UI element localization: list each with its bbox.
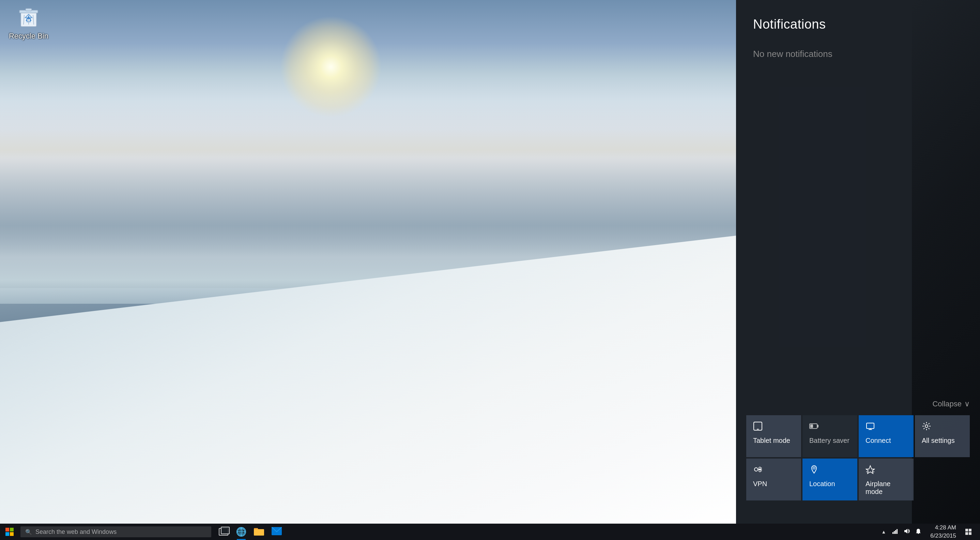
recycle-bin-image <box>17 5 41 29</box>
svg-rect-7 <box>757 429 759 430</box>
clock-time: 4:28 AM <box>935 524 956 532</box>
clock-date: 6/23/2015 <box>930 532 956 540</box>
airplane-mode-icon <box>865 465 875 476</box>
notifications-tray-icon[interactable] <box>915 528 921 536</box>
collapse-button[interactable]: Collapse ∨ <box>746 400 970 408</box>
quick-action-location[interactable]: Location <box>802 459 858 500</box>
svg-rect-9 <box>817 425 818 427</box>
tray-icons <box>887 528 926 536</box>
search-bar[interactable]: 🔍 Search the web and Windows <box>21 526 211 537</box>
tray-overflow-button[interactable]: ▲ <box>881 529 886 535</box>
all-settings-icon <box>922 421 931 433</box>
battery-saver-icon <box>809 421 819 433</box>
svg-rect-28 <box>892 532 893 534</box>
svg-rect-11 <box>867 423 874 428</box>
svg-rect-35 <box>969 532 972 535</box>
svg-rect-34 <box>965 532 968 535</box>
search-icon: 🔍 <box>25 529 32 535</box>
vpn-icon <box>753 465 763 476</box>
taskbar-app-edge[interactable] <box>232 524 250 540</box>
start-icon <box>5 528 14 536</box>
taskbar-app-mail[interactable] <box>268 524 286 540</box>
airplane-mode-label: Airplane mode <box>865 480 907 496</box>
svg-rect-2 <box>25 8 32 11</box>
connect-label: Connect <box>865 437 891 444</box>
svg-point-17 <box>759 467 761 469</box>
battery-saver-label: Battery saver <box>809 437 850 444</box>
notification-panel: Notifications No new notifications Colla… <box>736 0 980 524</box>
vpn-label: VPN <box>753 480 767 488</box>
taskbar-app-file-explorer[interactable] <box>250 524 268 540</box>
file-explorer-icon <box>254 527 264 537</box>
svg-rect-31 <box>897 529 897 534</box>
svg-point-23 <box>240 529 243 535</box>
tablet-mode-label: Tablet mode <box>753 437 790 444</box>
clock[interactable]: 4:28 AM 6/23/2015 <box>928 524 959 540</box>
task-view-icon <box>219 528 228 535</box>
quick-action-connect[interactable]: Connect <box>859 415 913 457</box>
quick-actions-grid: Tablet mode Battery saver <box>746 415 970 500</box>
recycle-bin-icon[interactable]: Recycle Bin <box>5 5 52 41</box>
start-button[interactable] <box>0 524 19 540</box>
action-center-button[interactable] <box>960 524 977 540</box>
svg-point-21 <box>813 467 815 469</box>
network-icon[interactable] <box>892 528 898 536</box>
mail-icon <box>272 527 282 537</box>
taskbar: 🔍 Search the web and Windows <box>0 524 980 540</box>
quick-action-battery-saver[interactable]: Battery saver <box>802 415 858 457</box>
quick-action-airplane-mode[interactable]: Airplane mode <box>859 459 913 500</box>
all-settings-label: All settings <box>922 437 955 444</box>
quick-actions-area: Collapse ∨ Tablet mode <box>736 393 980 507</box>
svg-point-14 <box>925 425 928 427</box>
sound-icon[interactable] <box>904 528 910 536</box>
collapse-chevron-icon: ∨ <box>964 400 970 408</box>
collapse-label: Collapse <box>932 400 962 408</box>
quick-action-tablet-mode[interactable]: Tablet mode <box>746 415 801 457</box>
svg-rect-33 <box>969 529 972 532</box>
edge-icon <box>237 527 246 537</box>
svg-rect-10 <box>810 424 813 428</box>
svg-point-18 <box>759 470 761 472</box>
svg-rect-32 <box>965 529 968 532</box>
quick-action-vpn[interactable]: VPN <box>746 459 801 500</box>
desktop: Recycle Bin <box>0 0 736 524</box>
svg-rect-29 <box>894 531 895 534</box>
connect-icon <box>865 421 875 433</box>
taskbar-app-task-view[interactable] <box>215 524 232 540</box>
tablet-mode-icon <box>753 421 763 433</box>
taskbar-apps <box>215 524 286 540</box>
location-icon <box>809 465 819 476</box>
quick-action-all-settings[interactable]: All settings <box>915 415 970 457</box>
svg-point-22 <box>238 529 245 535</box>
system-tray: ▲ <box>881 524 980 540</box>
location-label: Location <box>809 480 835 488</box>
svg-rect-30 <box>895 530 896 534</box>
svg-point-15 <box>754 468 758 471</box>
recycle-bin-label: Recycle Bin <box>5 31 52 41</box>
search-placeholder-text: Search the web and Windows <box>35 529 116 535</box>
